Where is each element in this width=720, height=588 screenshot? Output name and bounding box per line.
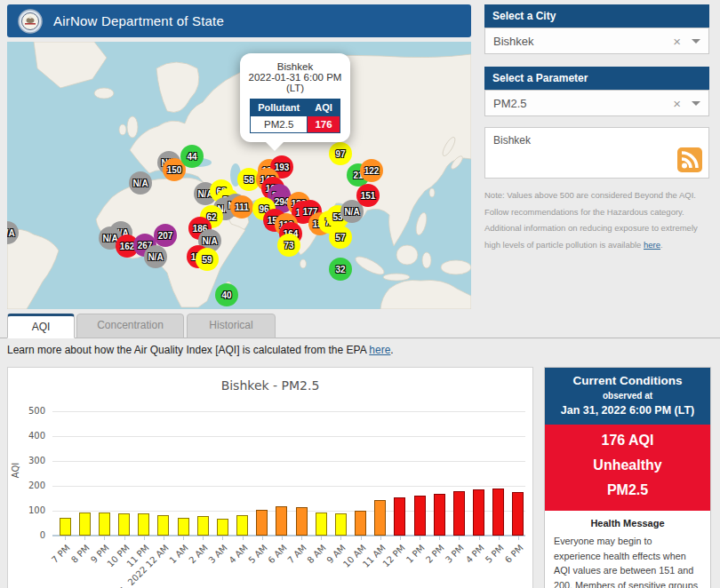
aqi-marker[interactable]: N/A	[144, 245, 167, 268]
chart-bar	[276, 506, 287, 536]
clear-icon[interactable]: ×	[673, 35, 681, 48]
aqi-category-line: Unhealthy	[545, 453, 710, 478]
tab-concentration[interactable]: Concentration	[76, 314, 184, 338]
x-tick	[380, 536, 381, 540]
x-tick	[262, 536, 263, 540]
popup-pollutant-value: PM2.5	[251, 116, 308, 133]
note-text: Note: Values above 500 are considered Be…	[484, 187, 708, 253]
x-tick	[439, 536, 440, 540]
chart-bar	[296, 507, 308, 536]
aqi-marker[interactable]: N/A	[129, 171, 152, 195]
aqi-marker[interactable]: 122	[360, 159, 383, 182]
chart-bar	[60, 518, 71, 536]
rss-city-label: Bishkek	[493, 134, 531, 147]
chart-bar	[236, 515, 248, 536]
x-tick	[164, 536, 164, 540]
chevron-down-icon[interactable]	[692, 101, 700, 110]
state-department-seal-icon	[18, 9, 43, 34]
aqi-marker[interactable]: 40	[215, 283, 238, 306]
current-conditions-panel: Current Conditions observed at Jan 31, 2…	[544, 367, 711, 588]
chart-bar	[512, 492, 524, 536]
tab-historical[interactable]: Historical	[187, 314, 276, 338]
world-map[interactable]: N/AN/AN/A162267N/A207N/A15044N/AN/A6852N…	[7, 42, 471, 309]
chart-bar	[453, 491, 465, 536]
parameter-select[interactable]: PM2.5 ×	[484, 90, 709, 116]
x-tick	[361, 536, 362, 540]
x-tick	[321, 536, 322, 540]
x-tick	[144, 536, 145, 540]
aqi-marker[interactable]: 44	[180, 145, 204, 168]
tab-bar: AQI Concentration Historical	[0, 313, 720, 338]
select-city-header: Select a City	[484, 4, 709, 28]
popup-aqi-value: 176	[308, 116, 340, 133]
x-tick	[84, 536, 85, 540]
city-select[interactable]: Bishkek ×	[484, 28, 709, 54]
aqi-marker[interactable]: 73	[277, 234, 300, 257]
map-popup: Bishkek 2022-01-31 6:00 PM (LT) Pollutan…	[240, 53, 350, 142]
x-tick	[65, 536, 66, 540]
health-message-title: Health Message	[554, 518, 701, 528]
chart-bar	[355, 511, 366, 536]
popup-col-pollutant: Pollutant	[251, 99, 308, 116]
x-tick	[243, 536, 244, 540]
y-gridline	[52, 411, 525, 412]
aqi-marker[interactable]: 57	[329, 226, 352, 249]
chart-bar	[394, 497, 405, 536]
chart-bar	[79, 513, 91, 536]
y-gridline	[52, 461, 525, 462]
aqi-marker[interactable]: 97	[329, 142, 352, 165]
rss-icon[interactable]	[677, 147, 702, 172]
rss-feed-box: Bishkek	[484, 127, 709, 179]
chart-bar	[414, 496, 426, 536]
y-tick-label: 500	[12, 406, 45, 416]
note-here-link[interactable]: here	[644, 240, 660, 250]
aqi-pollutant-line: PM2.5	[545, 478, 710, 503]
chart-bar	[99, 513, 110, 536]
chart-bar	[434, 494, 445, 536]
y-tick-label: 100	[12, 505, 45, 515]
chart-bar	[157, 515, 169, 536]
x-tick	[340, 536, 341, 540]
x-tick	[222, 536, 223, 540]
observed-at-label: observed at	[548, 391, 707, 401]
chart-bar	[335, 513, 347, 536]
tab-aqi[interactable]: AQI	[7, 314, 75, 338]
x-tick	[518, 536, 519, 540]
y-gridline	[52, 436, 525, 437]
x-tick	[203, 536, 204, 540]
chart-plot: 01002003004005007 PM8 PM9 PM10 PM11 PMJa…	[8, 368, 534, 588]
aqi-marker[interactable]: 32	[329, 258, 352, 281]
x-tick	[400, 536, 401, 540]
app-header: AirNow Department of State	[7, 4, 471, 37]
chart-bar	[178, 518, 189, 536]
chart-bar	[197, 516, 209, 536]
app-title: AirNow Department of State	[53, 13, 224, 28]
aqi-marker[interactable]: 59	[196, 248, 219, 271]
health-message-section: Health Message Everyone may begin to exp…	[545, 511, 710, 588]
chevron-down-icon[interactable]	[692, 39, 700, 48]
x-tick	[104, 536, 105, 540]
select-parameter-header: Select a Parameter	[484, 67, 709, 90]
chart-bar	[217, 519, 228, 536]
learn-more-text: Learn more about how the Air Quality Ind…	[7, 344, 394, 356]
y-tick-label: 200	[12, 481, 45, 490]
x-tick	[420, 536, 420, 540]
x-tick	[301, 536, 302, 540]
x-tick	[499, 536, 500, 540]
y-tick-label: 0	[12, 530, 45, 540]
aqi-marker[interactable]: 111	[230, 195, 253, 219]
city-select-value: Bishkek	[493, 35, 673, 48]
chart-bar	[256, 510, 268, 536]
chart-bar	[316, 513, 327, 536]
popup-datetime: 2022-01-31 6:00 PM (LT)	[245, 72, 345, 93]
learn-more-here-link[interactable]: here	[369, 344, 390, 356]
current-conditions-title: Current Conditions	[548, 374, 707, 387]
popup-city: Bishkek	[245, 61, 345, 72]
parameter-select-value: PM2.5	[493, 97, 673, 110]
x-tick	[459, 536, 460, 540]
aqi-marker[interactable]: 151	[356, 184, 380, 207]
chart-bar	[374, 500, 386, 536]
clear-icon[interactable]: ×	[673, 97, 681, 110]
aqi-marker[interactable]: 207	[154, 224, 177, 247]
y-tick-label: 400	[12, 431, 45, 441]
